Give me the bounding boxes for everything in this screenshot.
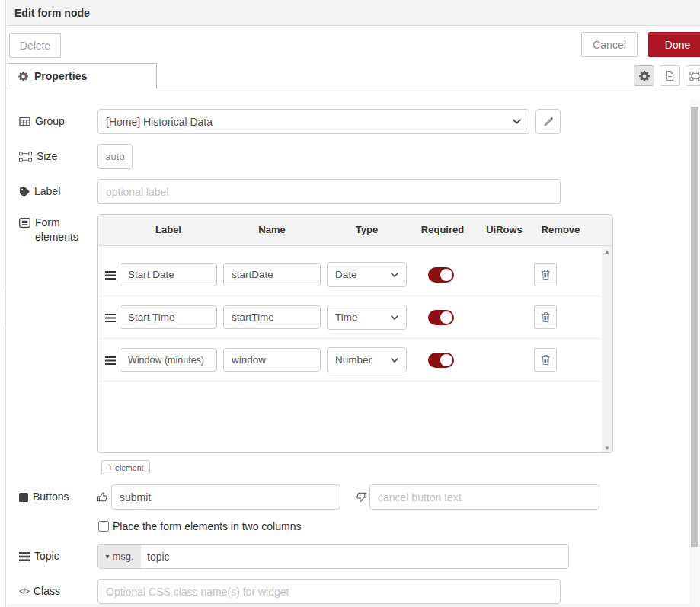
thumbs-up-icon (97, 491, 108, 503)
drag-handle-icon[interactable] (105, 356, 116, 365)
done-button[interactable]: Done (648, 32, 700, 57)
add-element-button[interactable]: + element (101, 460, 150, 474)
element-name-input[interactable] (223, 305, 321, 329)
page-scrollbar[interactable] (689, 99, 700, 607)
tag-icon (19, 187, 30, 197)
msg-prefix-label: msg. (112, 551, 133, 562)
msg-type-selector[interactable]: ▾ msg. (98, 545, 141, 568)
list-icon (19, 218, 30, 228)
required-toggle[interactable] (428, 353, 454, 368)
square-icon (19, 493, 28, 502)
description-button[interactable] (660, 65, 680, 86)
tab-properties[interactable]: Properties (8, 63, 157, 89)
element-name-input[interactable] (223, 348, 321, 372)
column-header-type: Type (327, 215, 407, 245)
trash-icon (541, 269, 551, 280)
chevron-down-icon (513, 119, 521, 124)
gear-icon (639, 71, 650, 81)
pencil-icon (543, 117, 554, 127)
element-row: Time (98, 296, 602, 339)
dialog-toolbar: Delete Cancel Done (7, 27, 700, 63)
triangle-down-icon: ▾ (105, 552, 109, 561)
buttons-label: Buttons (19, 484, 95, 510)
edit-form-node-dialog: Edit form node Delete Cancel Done Proper… (7, 0, 700, 607)
drag-handle-icon[interactable] (105, 314, 116, 322)
element-label-input[interactable] (120, 348, 217, 372)
element-label-input[interactable] (120, 263, 217, 286)
cancel-button-text-input[interactable] (369, 484, 599, 510)
element-name-input[interactable] (223, 263, 321, 286)
remove-element-button[interactable] (534, 305, 557, 329)
label-field-label: Label (19, 179, 95, 204)
column-header-label: Label (120, 215, 217, 245)
column-header-remove: Remove (537, 215, 584, 245)
size-label: Size (19, 144, 95, 169)
chevron-down-icon (391, 273, 398, 277)
two-columns-option: Place the form elements in two columns (98, 520, 301, 532)
toggle-knob (440, 311, 452, 324)
editor-left-grip (2, 288, 2, 327)
selection-box-icon (689, 71, 700, 81)
required-toggle[interactable] (428, 310, 454, 325)
table-body: Date Time (98, 246, 613, 453)
label-input[interactable] (97, 179, 561, 204)
dialog-title: Edit form node (14, 7, 90, 19)
toggle-knob (440, 269, 452, 281)
two-columns-checkbox[interactable] (98, 521, 109, 532)
gear-icon (18, 72, 28, 81)
cancel-button[interactable]: Cancel (581, 32, 638, 57)
table-icon (19, 117, 30, 126)
toggle-knob (440, 354, 452, 366)
element-row: Date (98, 254, 602, 296)
delete-button[interactable]: Delete (9, 33, 61, 58)
chevron-down-icon (391, 315, 398, 320)
topic-label: Topic (19, 544, 95, 569)
chevron-down-icon (391, 358, 398, 363)
remove-element-button[interactable] (534, 263, 557, 286)
tab-bar: Properties (7, 63, 700, 88)
tasks-icon (19, 552, 30, 561)
column-header-uirows: UiRows (482, 215, 526, 245)
table-header: Label Name Type Required UiRows Remove (98, 215, 612, 246)
list-scrollbar[interactable]: ▲ ▼ (602, 246, 612, 453)
tab-properties-label: Properties (34, 70, 87, 82)
form-elements-table: Label Name Type Required UiRows Remove D… (97, 214, 613, 453)
trash-icon (541, 354, 551, 366)
element-label-input[interactable] (120, 305, 217, 329)
class-input[interactable] (97, 579, 561, 604)
topic-input[interactable] (141, 545, 568, 568)
edit-group-button[interactable] (535, 109, 561, 134)
scroll-down-icon[interactable]: ▼ (602, 445, 612, 452)
remove-element-button[interactable] (534, 348, 557, 372)
object-group-icon (19, 152, 32, 162)
column-header-required: Required (418, 215, 467, 245)
group-select[interactable]: [Home] Historical Data (97, 109, 529, 134)
class-label: </> Class (19, 579, 95, 604)
drag-handle-icon[interactable] (105, 271, 116, 280)
two-columns-label: Place the form elements in two columns (113, 520, 301, 532)
element-type-select[interactable]: Number (327, 347, 407, 372)
appearance-button[interactable] (686, 65, 700, 86)
scroll-up-icon[interactable]: ▲ (602, 248, 612, 255)
column-header-name: Name (223, 215, 321, 245)
group-selected-value: [Home] Historical Data (106, 116, 213, 128)
element-row: Number (98, 339, 602, 382)
submit-button-text-input[interactable] (111, 484, 340, 510)
group-label: Group (19, 109, 95, 134)
trash-icon (541, 311, 551, 323)
required-toggle[interactable] (428, 267, 454, 283)
thumbs-down-icon (356, 491, 367, 503)
bottom-strip (7, 604, 689, 607)
scrollbar-thumb[interactable] (691, 107, 698, 547)
document-icon (665, 70, 675, 81)
dialog-header: Edit form node (7, 0, 700, 26)
form-elements-label: Form elements (19, 216, 78, 244)
element-type-select[interactable]: Time (327, 305, 407, 330)
element-type-select[interactable]: Date (327, 262, 407, 287)
size-button[interactable]: auto (97, 144, 133, 169)
topic-typed-input: ▾ msg. (97, 544, 569, 569)
code-icon: </> (19, 584, 29, 599)
properties-settings-button[interactable] (634, 65, 654, 86)
